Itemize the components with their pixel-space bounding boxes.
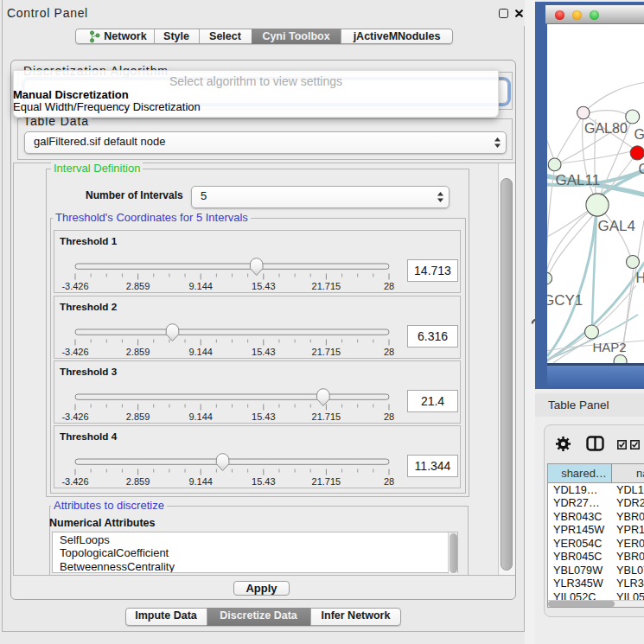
svg-text:15.43: 15.43 bbox=[252, 346, 276, 356]
svg-text:-3.426: -3.426 bbox=[61, 476, 88, 487]
svg-text:15.43: 15.43 bbox=[252, 476, 276, 487]
svg-text:21.715: 21.715 bbox=[312, 411, 341, 422]
svg-text:GAL4: GAL4 bbox=[598, 218, 635, 234]
svg-text:9.144: 9.144 bbox=[188, 280, 213, 290]
svg-text:GA: GA bbox=[634, 127, 644, 142]
svg-text:HAP2: HAP2 bbox=[593, 340, 627, 354]
svg-text:9.144: 9.144 bbox=[188, 476, 213, 487]
svg-text:21.715: 21.715 bbox=[312, 476, 341, 487]
svg-text:2.859: 2.859 bbox=[126, 411, 150, 422]
svg-text:2.859: 2.859 bbox=[126, 280, 150, 290]
svg-text:H: H bbox=[636, 271, 644, 285]
svg-text:9.144: 9.144 bbox=[188, 346, 213, 356]
svg-text:15.43: 15.43 bbox=[252, 411, 276, 422]
svg-text:-3.426: -3.426 bbox=[61, 280, 88, 290]
svg-text:28: 28 bbox=[384, 411, 394, 422]
svg-text:15.43: 15.43 bbox=[252, 280, 276, 290]
svg-text:2.859: 2.859 bbox=[126, 346, 150, 356]
svg-text:2.859: 2.859 bbox=[126, 476, 150, 487]
svg-text:-3.426: -3.426 bbox=[61, 346, 88, 356]
svg-text:9.144: 9.144 bbox=[188, 411, 213, 422]
svg-text:C: C bbox=[639, 162, 644, 176]
svg-text:28: 28 bbox=[384, 280, 394, 290]
svg-text:GCY1: GCY1 bbox=[547, 292, 583, 309]
svg-text:21.715: 21.715 bbox=[312, 346, 341, 356]
svg-text:GAL80: GAL80 bbox=[584, 121, 628, 136]
svg-text:28: 28 bbox=[384, 346, 394, 356]
svg-text:-3.426: -3.426 bbox=[61, 411, 88, 422]
svg-text:21.715: 21.715 bbox=[312, 280, 341, 290]
svg-text:GAL11: GAL11 bbox=[556, 172, 601, 188]
svg-text:28: 28 bbox=[384, 476, 394, 487]
